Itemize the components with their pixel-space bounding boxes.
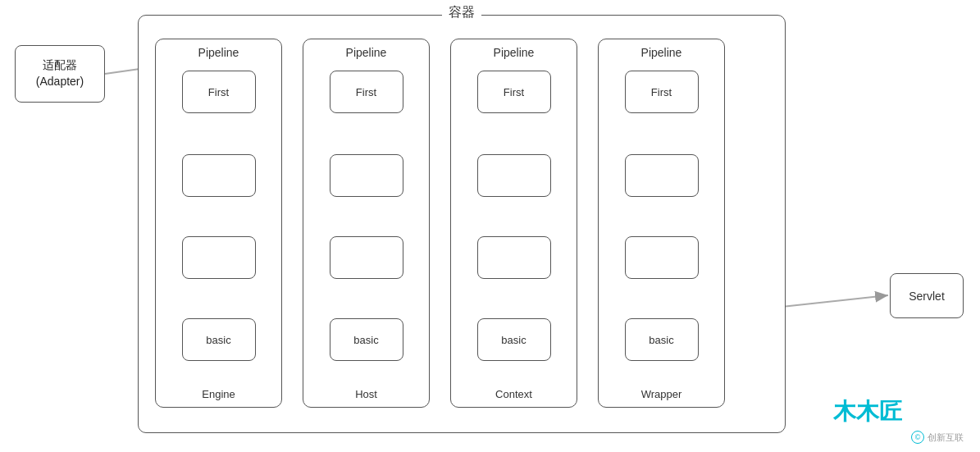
- wrapper-first-label: First: [651, 86, 672, 98]
- wrapper-first-valve: First: [625, 71, 699, 113]
- diagram: 适配器 (Adapter) 容器 Pipeline First basic En…: [0, 0, 980, 452]
- pipeline-context: Pipeline First basic Context: [450, 39, 577, 408]
- host-footer-label: Host: [355, 388, 377, 400]
- logo-text: 创新互联: [928, 431, 964, 444]
- adapter-label-line1: 适配器: [43, 57, 77, 74]
- engine-first-label: First: [208, 86, 229, 98]
- context-basic-valve: basic: [477, 318, 551, 361]
- adapter-label-line2: (Adapter): [36, 74, 84, 90]
- outer-container: 容器 Pipeline First basic Engine Pipeline …: [138, 15, 786, 433]
- pipeline-wrapper: Pipeline First basic Wrapper: [598, 39, 725, 408]
- servlet-box: Servlet: [890, 273, 964, 318]
- adapter-box: 适配器 (Adapter): [15, 45, 105, 103]
- logo-circle-icon: ©: [911, 431, 924, 444]
- context-first-valve: First: [477, 71, 551, 113]
- context-third-valve: [477, 236, 551, 279]
- engine-first-valve: First: [182, 71, 256, 113]
- wrapper-basic-label: basic: [649, 334, 673, 346]
- pipeline-host-label: Pipeline: [346, 46, 387, 59]
- host-basic-label: basic: [353, 334, 378, 346]
- pipeline-engine-label: Pipeline: [198, 46, 239, 59]
- host-first-valve: First: [330, 71, 403, 113]
- pipeline-context-label: Pipeline: [494, 46, 535, 59]
- engine-second-valve: [182, 154, 256, 197]
- engine-third-valve: [182, 236, 256, 279]
- context-footer-label: Context: [495, 388, 532, 400]
- context-first-label: First: [504, 86, 524, 98]
- watermark-logo: © 创新互联: [911, 431, 964, 444]
- pipeline-engine: Pipeline First basic Engine: [155, 39, 282, 408]
- wrapper-footer-label: Wrapper: [641, 388, 682, 400]
- container-label: 容器: [442, 4, 481, 21]
- engine-footer-label: Engine: [202, 388, 235, 400]
- host-third-valve: [330, 236, 403, 279]
- pipeline-wrapper-label: Pipeline: [641, 46, 682, 59]
- context-basic-label: basic: [501, 334, 526, 346]
- wrapper-second-valve: [625, 154, 699, 197]
- engine-basic-valve: basic: [182, 318, 256, 361]
- watermark-text: 木木匠: [833, 396, 902, 427]
- wrapper-basic-valve: basic: [625, 318, 699, 361]
- servlet-label: Servlet: [909, 290, 945, 303]
- pipeline-host: Pipeline First basic Host: [303, 39, 430, 408]
- wrapper-third-valve: [625, 236, 699, 279]
- host-basic-valve: basic: [330, 318, 403, 361]
- host-second-valve: [330, 154, 403, 197]
- context-second-valve: [477, 154, 551, 197]
- engine-basic-label: basic: [206, 334, 230, 346]
- host-first-label: First: [356, 86, 376, 98]
